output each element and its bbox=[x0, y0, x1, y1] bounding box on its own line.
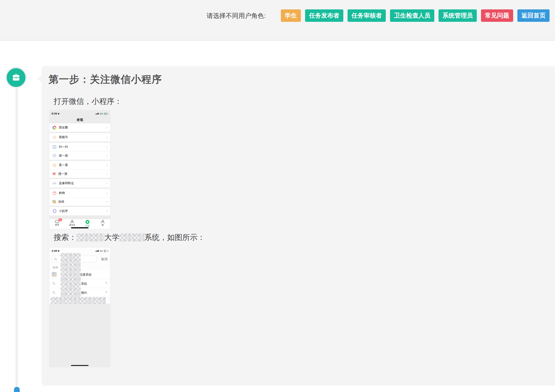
list-item-label: 购物 bbox=[59, 191, 65, 195]
help-page: 请选择不同用户角色: 学生 任务发布者 任务审核者 卫生检查人员 系统管理员 常… bbox=[0, 0, 555, 392]
unread-badge: 14 bbox=[59, 218, 62, 221]
insert-arrow-icon: ↖ bbox=[105, 291, 108, 294]
step-title: 第一步：关注微信小程序 bbox=[49, 73, 162, 86]
redacted-text-blur bbox=[76, 233, 104, 241]
role-button-hygiene-inspector[interactable]: 卫生检查人员 bbox=[390, 9, 434, 22]
list-item-label: 游戏 bbox=[58, 200, 64, 204]
tab-discover: 发现 bbox=[80, 219, 95, 227]
section-label: 使用 bbox=[52, 266, 58, 270]
list-group: 扫一扫 › 摇一摇 › bbox=[49, 143, 110, 160]
tab-label: 发现 bbox=[85, 224, 89, 227]
role-button-student[interactable]: 学生 bbox=[281, 9, 301, 22]
status-time: 4:49 bbox=[52, 249, 57, 252]
search-icon bbox=[54, 258, 57, 261]
redacted-blur bbox=[51, 297, 106, 304]
chevron-right-icon: › bbox=[106, 200, 107, 204]
chevron-right-icon: › bbox=[106, 126, 107, 129]
card-arrow bbox=[37, 75, 42, 82]
list-item-label: 朋友圈 bbox=[59, 125, 68, 130]
signal-icon bbox=[96, 113, 99, 115]
list-item-label: 直播和附近 bbox=[59, 181, 74, 185]
home-button[interactable]: 返回首页 bbox=[517, 9, 550, 22]
timeline-line bbox=[15, 88, 18, 392]
games-icon bbox=[52, 200, 56, 203]
list-group: 小程序 › bbox=[49, 207, 110, 215]
home-indicator bbox=[71, 227, 89, 228]
nav-title: 发现 bbox=[49, 117, 110, 123]
redacted-blur bbox=[61, 253, 81, 303]
list-item-scan: 扫一扫 › bbox=[49, 143, 110, 151]
nav-title-text: 发现 bbox=[77, 118, 83, 122]
wechat-discover-screenshot: 8:09 4G 发现 朋友圈 › 视频号 bbox=[49, 110, 110, 229]
network-label: 4G bbox=[100, 250, 103, 252]
location-arrow-icon bbox=[58, 250, 60, 252]
role-select-header: 请选择不同用户角色: 学生 任务发布者 任务审核者 卫生检查人员 系统管理员 常… bbox=[0, 0, 555, 41]
list-item-shake: 摇一摇 › bbox=[49, 151, 110, 160]
contacts-icon bbox=[70, 220, 74, 223]
search-text: 大学 bbox=[104, 233, 119, 241]
search-icon bbox=[52, 172, 56, 175]
role-select-label: 请选择不同用户角色: bbox=[207, 9, 266, 22]
home-indicator-area bbox=[49, 227, 110, 229]
chevron-right-icon: › bbox=[106, 181, 107, 185]
list-item-live-nearby: 直播和附近 › bbox=[49, 179, 110, 188]
battery-icon bbox=[104, 113, 108, 115]
list-item-label: 摇一摇 bbox=[59, 154, 68, 158]
status-time: 8:09 bbox=[52, 112, 57, 115]
briefcase-icon bbox=[12, 73, 21, 82]
moments-icon bbox=[52, 126, 56, 130]
result-text: 选课系统 bbox=[79, 273, 92, 277]
network-label: 4G bbox=[100, 112, 103, 115]
role-button-task-reviewer[interactable]: 任务审核者 bbox=[348, 9, 386, 22]
redacted-area bbox=[49, 304, 110, 367]
shopping-icon bbox=[52, 191, 56, 195]
list-item-label: 扫一扫 bbox=[59, 145, 68, 149]
result-text: 预约 bbox=[81, 291, 87, 295]
list-item-search: 搜一搜 › bbox=[49, 169, 110, 178]
list-group: 购物 › 游戏 › bbox=[49, 189, 110, 206]
spacer bbox=[49, 215, 110, 219]
role-button-task-publisher[interactable]: 任务发布者 bbox=[305, 9, 343, 22]
list-group: 直播和附近 › bbox=[49, 179, 110, 188]
step-card: 第一步：关注微信小程序 打开微信，小程序： 8:09 4G 发现 朋友圈 › bbox=[42, 66, 555, 386]
role-button-system-admin[interactable]: 系统管理员 bbox=[439, 9, 477, 22]
chevron-right-icon: › bbox=[106, 191, 107, 195]
battery-icon bbox=[104, 250, 108, 252]
list-item-shopping: 购物 › bbox=[49, 189, 110, 197]
search-icon bbox=[52, 291, 55, 294]
chat-bubble-icon: 14 bbox=[55, 220, 59, 223]
chevron-right-icon: › bbox=[106, 172, 107, 176]
channels-icon bbox=[52, 135, 56, 139]
chevron-right-icon: › bbox=[106, 135, 107, 139]
list-item-label: 小程序 bbox=[59, 209, 68, 213]
list-item-games: 游戏 › bbox=[49, 197, 110, 206]
timeline-step-node bbox=[5, 67, 27, 88]
cancel-button: 取消 bbox=[101, 257, 108, 261]
faq-button[interactable]: 常见问题 bbox=[481, 9, 513, 22]
tab-contacts: 通讯录 bbox=[65, 219, 80, 227]
live-nearby-icon bbox=[52, 181, 56, 185]
list-group: 看一看 › 搜一搜 › bbox=[49, 161, 110, 178]
list-item-label: 视频号 bbox=[59, 135, 68, 139]
search-icon bbox=[52, 282, 55, 285]
shake-icon bbox=[52, 154, 56, 158]
tab-bar: 14 微信 通讯录 发现 我 bbox=[49, 219, 110, 227]
chevron-right-icon: › bbox=[106, 145, 107, 149]
list-item-label: 看一看 bbox=[59, 163, 68, 167]
signal-icon bbox=[96, 250, 99, 252]
redacted-text-blur bbox=[119, 233, 144, 241]
list-group: 视频号 › bbox=[49, 133, 110, 141]
instruction-open-wechat: 打开微信，小程序： bbox=[54, 96, 122, 106]
list-item-top-stories: 看一看 › bbox=[49, 161, 110, 169]
chevron-right-icon: › bbox=[106, 154, 107, 158]
insert-arrow-icon: ↖ bbox=[105, 281, 108, 285]
wechat-search-screenshot: 4:49 4G 取消 使用 选课系统 系统 bbox=[49, 247, 110, 367]
list-group: 朋友圈 › bbox=[49, 123, 110, 132]
home-indicator bbox=[71, 365, 89, 366]
miniprogram-result-icon bbox=[52, 272, 57, 277]
list-item-label: 搜一搜 bbox=[58, 172, 67, 176]
tab-me: 我 bbox=[95, 219, 110, 227]
search-text: 搜索： bbox=[54, 233, 76, 241]
person-icon bbox=[101, 220, 104, 223]
top-stories-icon bbox=[52, 163, 56, 167]
